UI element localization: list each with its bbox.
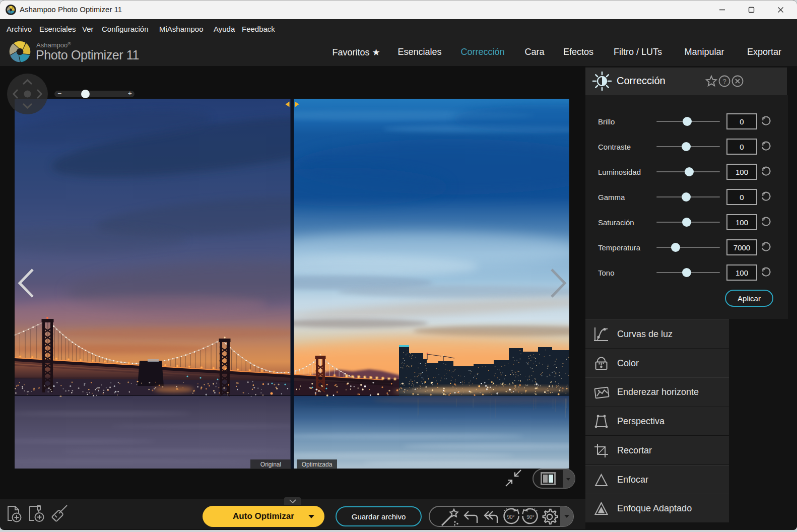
svg-text:?: ? [722,78,726,85]
svg-text:90°: 90° [507,514,514,520]
svg-text:90°: 90° [526,514,534,520]
